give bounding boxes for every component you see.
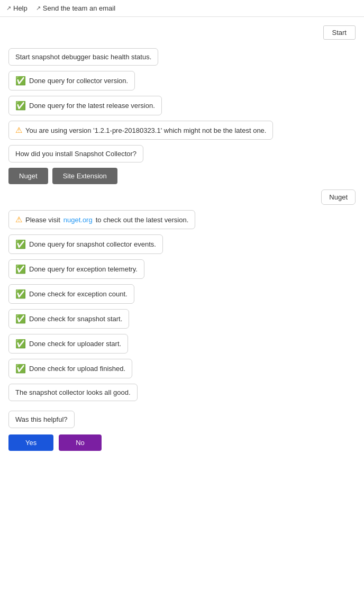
latest-release-text: Done query for the latest release versio… xyxy=(29,102,155,110)
start-btn-container: Start xyxy=(8,25,356,40)
message-snapshot-start: ✅ Done check for snapshot start. xyxy=(8,309,129,329)
upload-finished-text: Done check for upload finished. xyxy=(29,365,125,373)
external-link-icon-2: ↗ xyxy=(36,5,41,12)
helpful-bubble: Was this helpful? xyxy=(8,411,75,428)
warning-icon-2: ⚠ xyxy=(15,215,22,224)
snapshot-start-text: Done check for snapshot start. xyxy=(29,315,122,323)
email-link[interactable]: ↗ Send the team an email xyxy=(36,4,115,12)
exception-count-text: Done check for exception count. xyxy=(29,290,128,298)
message-install-question: How did you install Snapshot Collector? xyxy=(8,145,143,162)
version-warning-text: You are using version '1.2.1-pre-2018032… xyxy=(25,126,266,134)
nuget-response-text: Nuget xyxy=(329,193,348,201)
helpful-text: Was this helpful? xyxy=(15,415,68,423)
message-final: The snapshot collector looks all good. xyxy=(8,384,138,401)
check-icon-5: ✅ xyxy=(15,289,26,299)
helpful-buttons: Yes No xyxy=(8,434,356,451)
check-icon-7: ✅ xyxy=(15,339,26,349)
install-buttons-row: Nuget Site Extension xyxy=(8,168,356,184)
check-icon-2: ✅ xyxy=(15,101,26,111)
no-button[interactable]: No xyxy=(59,434,102,451)
uploader-start-text: Done check for uploader start. xyxy=(29,340,121,348)
message-exception-count: ✅ Done check for exception count. xyxy=(8,284,134,304)
check-icon-3: ✅ xyxy=(15,239,26,249)
site-extension-button[interactable]: Site Extension xyxy=(52,168,117,184)
nuget-org-link[interactable]: nuget.org xyxy=(63,216,93,224)
top-bar: ↗ Help ↗ Send the team an email xyxy=(0,0,364,17)
help-link[interactable]: ↗ Help xyxy=(6,4,28,12)
message-uploader-start: ✅ Done check for uploader start. xyxy=(8,334,128,354)
help-label: Help xyxy=(13,4,28,12)
external-link-icon: ↗ xyxy=(6,5,11,12)
nuget-response-bubble: Nuget xyxy=(321,189,356,205)
message-latest-release: ✅ Done query for the latest release vers… xyxy=(8,96,162,115)
start-button[interactable]: Start xyxy=(323,25,356,40)
message-exception-telemetry: ✅ Done query for exception telemetry. xyxy=(8,259,144,279)
start-text: Start snapshot debugger basic health sta… xyxy=(15,53,151,61)
check-icon-8: ✅ xyxy=(15,364,26,374)
exception-telemetry-text: Done query for exception telemetry. xyxy=(29,265,138,273)
check-icon-1: ✅ xyxy=(15,76,26,86)
nuget-response-container: Nuget xyxy=(8,189,356,205)
check-icon-6: ✅ xyxy=(15,314,26,324)
message-visit-nuget: ⚠ Please visit nuget.org to check out th… xyxy=(8,210,195,229)
message-snapshot-events: ✅ Done query for snapshot collector even… xyxy=(8,234,163,254)
snapshot-events-text: Done query for snapshot collector events… xyxy=(29,240,156,248)
email-label: Send the team an email xyxy=(43,4,115,12)
install-question-text: How did you install Snapshot Collector? xyxy=(15,150,136,158)
helpful-section: Was this helpful? Yes No xyxy=(8,411,356,451)
visit-suffix: to check out the latest version. xyxy=(96,216,189,224)
final-text: The snapshot collector looks all good. xyxy=(15,388,131,396)
yes-button[interactable]: Yes xyxy=(8,434,53,451)
message-start: Start snapshot debugger basic health sta… xyxy=(8,48,158,66)
message-collector-version: ✅ Done query for collector version. xyxy=(8,71,135,90)
check-icon-4: ✅ xyxy=(15,264,26,274)
visit-prefix: Please visit xyxy=(25,216,60,224)
message-upload-finished: ✅ Done check for upload finished. xyxy=(8,359,132,378)
main-content: Start Start snapshot debugger basic heal… xyxy=(0,17,364,459)
nuget-button[interactable]: Nuget xyxy=(8,168,48,184)
collector-version-text: Done query for collector version. xyxy=(29,77,128,85)
message-version-warning: ⚠ You are using version '1.2.1-pre-20180… xyxy=(8,121,273,140)
warning-icon-1: ⚠ xyxy=(15,125,22,135)
